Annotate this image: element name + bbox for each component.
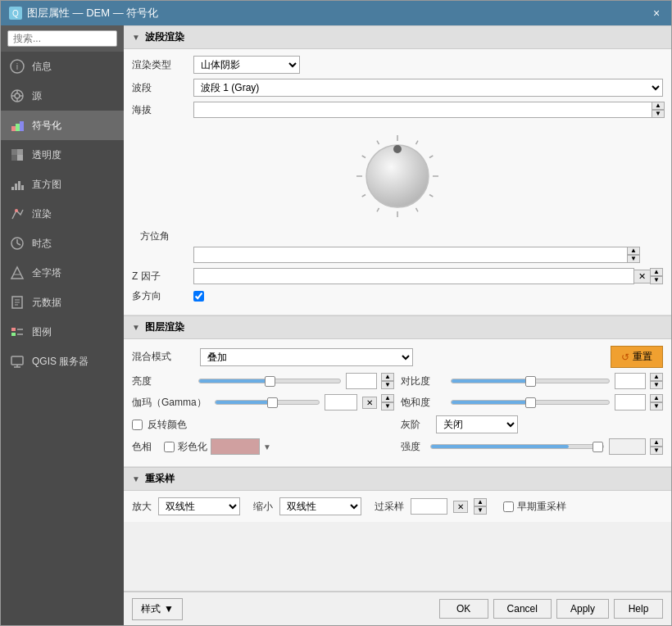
brightness-down-btn[interactable]: ▼ [381,381,394,389]
elevation-up-btn[interactable]: ▲ [652,102,665,110]
intensity-spinbox-btns: ▲ ▼ [650,438,663,455]
style-button[interactable]: 样式 ▼ [132,598,183,620]
z-factor-down-btn[interactable]: ▼ [650,276,663,284]
sidebar-item-legend[interactable]: 图例 [1,317,124,347]
intensity-input[interactable]: 100% [609,438,646,455]
saturation-down-btn[interactable]: ▼ [650,402,663,411]
z-factor-input[interactable]: 0.00005000 [193,268,634,284]
sidebar-item-pyramid[interactable]: 全字塔 [1,258,124,288]
intensity-thumb[interactable] [593,442,603,452]
svg-rect-16 [15,184,17,190]
sidebar-item-symbology[interactable]: 符号化 [1,111,124,140]
resample-header: ▼ 重采样 [124,467,671,491]
sidebar-item-transparency[interactable]: 透明度 [1,140,124,170]
sidebar-label-source: 源 [32,89,42,103]
azimuth-knob-svg[interactable] [352,131,443,221]
app-icon: Q [9,7,22,20]
footer-right: OK Cancel Apply Help [439,599,663,619]
saturation-input[interactable]: 0 [615,394,646,411]
svg-rect-12 [17,149,23,155]
azimuth-knob-wrap [352,131,443,221]
saturation-thumb[interactable] [525,397,536,408]
contrast-down-btn[interactable]: ▼ [650,381,663,389]
brightness-up-btn[interactable]: ▲ [381,373,394,381]
help-button[interactable]: Help [614,599,663,619]
sidebar-item-qgis-server[interactable]: QGIS 服务器 [1,347,124,376]
gamma-clear-btn[interactable]: ✕ [362,397,377,409]
early-resample-checkbox[interactable] [503,501,514,512]
azimuth-up-btn[interactable]: ▲ [627,247,640,255]
ok-button[interactable]: OK [439,599,488,619]
contrast-thumb[interactable] [525,376,536,387]
band-select[interactable]: 波段 1 (Gray) [193,79,663,97]
svg-rect-9 [16,124,20,131]
footer: 样式 ▼ OK Cancel Apply Help [124,591,671,625]
contrast-input[interactable]: 0 [615,373,646,389]
oversample-clear-btn[interactable]: ✕ [453,501,468,513]
intensity-down-btn[interactable]: ▼ [650,447,663,455]
apply-button[interactable]: Apply [556,599,609,619]
svg-line-47 [377,141,379,144]
invert-checkbox[interactable] [132,420,143,430]
z-factor-clear-btn[interactable]: ✕ [633,270,651,284]
azimuth-down-btn[interactable]: ▼ [627,255,640,263]
oversample-down-btn[interactable]: ▼ [474,506,487,515]
resample-title: 重采样 [145,472,175,486]
svg-rect-17 [18,181,20,190]
style-arrow: ▼ [164,603,174,615]
grayscale-select[interactable]: 关闭 [436,415,518,433]
brightness-thumb[interactable] [265,376,275,387]
intensity-up-btn[interactable]: ▲ [650,438,663,447]
svg-point-48 [366,145,429,207]
oversample-input[interactable]: 2.00 [411,498,447,515]
z-factor-up-btn[interactable]: ▲ [650,268,663,276]
multidirectional-checkbox[interactable] [193,291,204,302]
titlebar-left: Q 图层属性 — DEM — 符号化 [9,6,158,20]
shrink-select[interactable]: 双线性 [279,497,361,515]
brightness-input[interactable]: 0 [346,373,377,389]
sidebar-item-metadata[interactable]: 元数据 [1,288,124,317]
gamma-down-btn[interactable]: ▼ [381,402,394,411]
svg-line-43 [377,208,379,211]
colorize-checkbox[interactable] [164,442,175,452]
elevation-input[interactable]: 45.00度 [193,102,652,118]
close-button[interactable]: × [650,7,663,20]
gamma-fill [216,401,272,404]
search-input[interactable] [7,30,117,47]
blend-mode-select[interactable]: 叠加 [200,348,413,366]
gamma-input[interactable]: 1.80 [325,394,357,411]
sidebar-label-qgis-server: QGIS 服务器 [32,355,89,369]
reset-button[interactable]: ↺ 重置 [611,346,663,368]
render-type-select[interactable]: 山体阴影 [193,56,300,74]
sidebar-label-legend: 图例 [32,325,52,339]
svg-rect-18 [21,185,24,190]
cancel-button[interactable]: Cancel [493,599,552,619]
histogram-icon [9,176,25,193]
contrast-up-btn[interactable]: ▲ [650,373,663,381]
sidebar-item-temporal[interactable]: 时态 [1,229,124,258]
sidebar-label-temporal: 时态 [32,237,52,251]
intensity-fill [431,445,569,448]
info-icon: i [9,58,25,75]
sidebar-item-histogram[interactable]: 直方图 [1,170,124,199]
enlarge-select[interactable]: 双线性 [158,497,240,515]
elevation-down-btn[interactable]: ▼ [652,110,665,118]
sidebar-item-rendering[interactable]: 渲染 [1,199,124,229]
colorize-swatch[interactable] [211,438,260,455]
band-rendering-title: 波段渲染 [145,30,184,44]
layer-rendering-section: ▼ 图层渲染 混合模式 叠加 ↺ [124,315,671,467]
multidirectional-row: 多方向 [132,289,663,303]
saturation-up-btn[interactable]: ▲ [650,394,663,402]
gamma-thumb[interactable] [267,397,278,408]
oversample-label: 过采样 [375,500,404,514]
sidebar-item-info[interactable]: i 信息 [1,52,124,81]
svg-rect-11 [11,149,17,155]
blend-mode-label: 混合模式 [132,350,193,364]
azimuth-input[interactable]: 315.00度 [193,247,628,263]
sidebar-item-source[interactable]: 源 [1,81,124,111]
layer-rendering-header: ▼ 图层渲染 [124,315,671,339]
layer-rendering-title: 图层渲染 [145,320,184,334]
oversample-up-btn[interactable]: ▲ [474,498,487,506]
gamma-up-btn[interactable]: ▲ [381,394,394,402]
sidebar-label-info: 信息 [32,60,52,74]
